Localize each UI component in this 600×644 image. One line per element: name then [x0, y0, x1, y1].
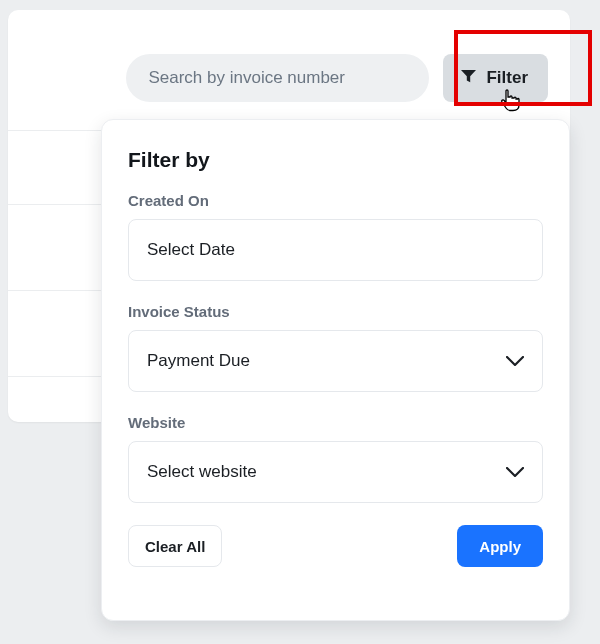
toolbar: Filter — [8, 10, 570, 102]
field-invoice-status: Invoice Status Payment Due — [128, 303, 543, 392]
field-label-website: Website — [128, 414, 543, 431]
website-value: Select website — [147, 462, 257, 482]
website-select[interactable]: Select website — [128, 441, 543, 503]
search-input-wrap[interactable] — [126, 54, 429, 102]
field-website: Website Select website — [128, 414, 543, 503]
filter-button[interactable]: Filter — [443, 54, 548, 102]
clear-all-button[interactable]: Clear All — [128, 525, 222, 567]
filter-label: Filter — [486, 68, 528, 88]
filter-panel: Filter by Created On Select Date Invoice… — [101, 119, 570, 621]
status-value: Payment Due — [147, 351, 250, 371]
chevron-down-icon — [506, 467, 524, 477]
panel-title: Filter by — [128, 148, 543, 172]
search-input[interactable] — [148, 68, 407, 88]
chevron-down-icon — [506, 356, 524, 366]
status-select[interactable]: Payment Due — [128, 330, 543, 392]
field-label-created-on: Created On — [128, 192, 543, 209]
field-label-invoice-status: Invoice Status — [128, 303, 543, 320]
field-created-on: Created On Select Date — [128, 192, 543, 281]
panel-actions: Clear All Apply — [128, 525, 543, 567]
date-input[interactable]: Select Date — [128, 219, 543, 281]
date-value: Select Date — [147, 240, 235, 260]
filter-icon — [461, 68, 476, 88]
apply-button[interactable]: Apply — [457, 525, 543, 567]
